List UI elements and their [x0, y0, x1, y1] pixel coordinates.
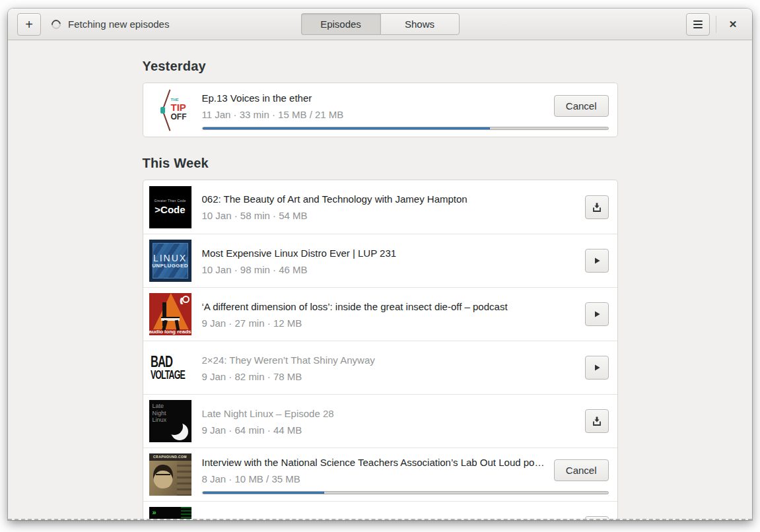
episode-text-block: Interview with the National Science Teac…: [202, 455, 546, 486]
episode-card: Greater Than Code>Code062: The Beauty of…: [143, 180, 618, 519]
episode-row-top: 062: The Beauty of Art and Technology wi…: [202, 191, 609, 222]
logo-text: CRAPHOUND.COM: [149, 453, 191, 461]
episode-title: Interview with the National Science Teac…: [202, 455, 546, 469]
episode-title: Late Night Linux – Episode 28: [202, 407, 577, 420]
episode-row-main: ‘A different dimension of loss’: inside …: [202, 299, 609, 330]
download-progress-bar: [202, 491, 609, 494]
episode-title: ‘A different dimension of loss’: inside …: [202, 300, 577, 314]
logo-text: Greater Than Code: [154, 199, 186, 203]
podcast-cover-art: »IRL: [149, 507, 191, 519]
download-button[interactable]: [585, 516, 609, 519]
cancel-download-button[interactable]: Cancel: [554, 95, 609, 117]
add-podcast-button[interactable]: +: [17, 13, 41, 36]
episode-row-main: 2×24: They Weren’t That Shiny Anyway9 Ja…: [202, 352, 609, 383]
headerbar: + Fetching new episodes Episodes Shows ✕: [8, 9, 752, 40]
fetch-status: Fetching new episodes: [52, 18, 169, 30]
cancel-download-button[interactable]: Cancel: [554, 459, 609, 481]
spinner-icon: [50, 18, 63, 31]
play-button[interactable]: [585, 302, 609, 326]
tipoff-wordmark: THETIPOFF: [171, 98, 187, 121]
logo-text: VOLTAGE: [151, 369, 188, 381]
episode-text-block: 2×24: They Weren’t That Shiny Anyway9 Ja…: [202, 352, 577, 383]
irl-glitch-noise: [181, 507, 191, 519]
tipoff-green-dot: [160, 107, 165, 114]
episode-meta: 10 Jan · 98 min · 46 MB: [202, 263, 577, 277]
episode-row-main: Ep.13 Voices in the ether11 Jan · 33 min…: [202, 90, 609, 130]
download-button[interactable]: [585, 409, 609, 433]
episode-meta: 10 Jan · 58 min · 54 MB: [202, 209, 577, 222]
plus-icon: +: [25, 18, 33, 31]
episode-row: CRAPHOUND.COMInterview with the National…: [143, 448, 617, 501]
header-right-cluster: ✕: [686, 13, 743, 36]
hamburger-icon: [693, 20, 703, 28]
episode-row-main: Late Night Linux – Episode 289 Jan · 64 …: [202, 406, 609, 437]
download-progress-bar: [202, 127, 609, 130]
episode-text-block: Ep.13 Voices in the ether11 Jan · 33 min…: [202, 90, 546, 121]
episode-meta: 8 Jan · 10 MB / 35 MB: [202, 472, 546, 486]
episode-meta: 9 Jan · 27 min · 12 MB: [202, 316, 577, 330]
episode-row-top: Interview with the National Science Teac…: [202, 455, 609, 486]
logo-text: Night: [153, 410, 188, 417]
episode-row-top: ‘A different dimension of loss’: inside …: [202, 299, 609, 330]
episode-row: BADVOLTAGE2×24: They Weren’t That Shiny …: [143, 341, 617, 394]
content-column: YesterdayTHETIPOFFEp.13 Voices in the et…: [143, 59, 618, 519]
craphound-glasses: [156, 474, 170, 477]
episode-row-main: Most Expensive Linux Distro Ever | LUP 2…: [202, 246, 609, 277]
episode-title: 2×24: They Weren’t That Shiny Anyway: [202, 353, 577, 367]
logo-text: OFF: [171, 113, 187, 121]
episode-card: THETIPOFFEp.13 Voices in the ether11 Jan…: [143, 83, 618, 137]
logo-text: audio long reads: [149, 329, 191, 335]
episode-row-top: Bot or Not: [202, 516, 609, 519]
podcast-cover-art: CRAPHOUND.COM: [149, 453, 191, 496]
episode-row-main: 062: The Beauty of Art and Technology wi…: [202, 191, 609, 222]
episode-row-top: 2×24: They Weren’t That Shiny Anyway9 Ja…: [202, 352, 609, 383]
play-icon: [592, 362, 602, 373]
alr-roundel: [182, 296, 190, 303]
section-heading: This Week: [143, 156, 618, 171]
lnl-crescent-moon: [171, 423, 188, 440]
podcast-cover-art: LINUXUNPLUGGED: [149, 240, 191, 282]
tab-shows[interactable]: Shows: [380, 13, 460, 35]
logo-text: THE: [171, 98, 187, 102]
header-separator: [716, 16, 716, 33]
menu-button[interactable]: [686, 13, 710, 36]
episode-title: Most Expensive Linux Distro Ever | LUP 2…: [202, 246, 577, 260]
view-switcher: Episodes Shows: [301, 13, 460, 35]
tab-episodes[interactable]: Episodes: [301, 13, 380, 35]
logo-text: Late: [153, 403, 188, 410]
logo-text: UNPLUGGED: [152, 263, 188, 269]
play-icon: [592, 309, 602, 319]
episode-row: ((audio long reads‘A different dimension…: [143, 287, 617, 341]
podcast-cover-art: LateNightLinux: [149, 400, 191, 442]
close-button[interactable]: ✕: [722, 14, 743, 35]
section-heading: Yesterday: [143, 59, 618, 74]
close-icon: ✕: [729, 18, 738, 30]
download-button[interactable]: [585, 195, 609, 219]
episode-row-main: Interview with the National Science Teac…: [202, 455, 609, 494]
episode-meta: 11 Jan · 33 min · 15 MB / 21 MB: [202, 108, 546, 121]
play-icon: [592, 255, 602, 266]
logo-text: LINUX: [153, 253, 187, 263]
app-window: + Fetching new episodes Episodes Shows ✕…: [8, 9, 752, 520]
logo-text: TIP: [171, 102, 187, 112]
episode-meta: 9 Jan · 64 min · 44 MB: [202, 423, 577, 437]
podcast-cover-art: ((audio long reads: [149, 293, 191, 335]
alr-broadcast-arcs: ((: [180, 296, 182, 304]
logo-text: >Code: [155, 204, 185, 215]
episode-row-top: Ep.13 Voices in the ether11 Jan · 33 min…: [202, 90, 609, 121]
play-button[interactable]: [585, 249, 609, 273]
episode-text-block: Late Night Linux – Episode 289 Jan · 64 …: [202, 406, 577, 437]
episode-text-block: 062: The Beauty of Art and Technology wi…: [202, 191, 577, 222]
play-button[interactable]: [585, 356, 609, 380]
episode-row: LateNightLinuxLate Night Linux – Episode…: [143, 394, 617, 448]
episode-row: LINUXUNPLUGGEDMost Expensive Linux Distr…: [143, 234, 617, 287]
episode-meta: 9 Jan · 82 min · 78 MB: [202, 370, 577, 383]
download-progress-fill: [203, 127, 491, 129]
podcast-cover-art: THETIPOFF: [149, 89, 191, 131]
episodes-view: YesterdayTHETIPOFFEp.13 Voices in the et…: [8, 40, 752, 519]
logo-text: »: [153, 508, 156, 516]
podcast-cover-art: Greater Than Code>Code: [149, 186, 191, 228]
episode-row-main: Bot or Not: [202, 516, 609, 519]
episode-title: 062: The Beauty of Art and Technology wi…: [202, 192, 577, 206]
episode-row: Greater Than Code>Code062: The Beauty of…: [143, 180, 617, 234]
